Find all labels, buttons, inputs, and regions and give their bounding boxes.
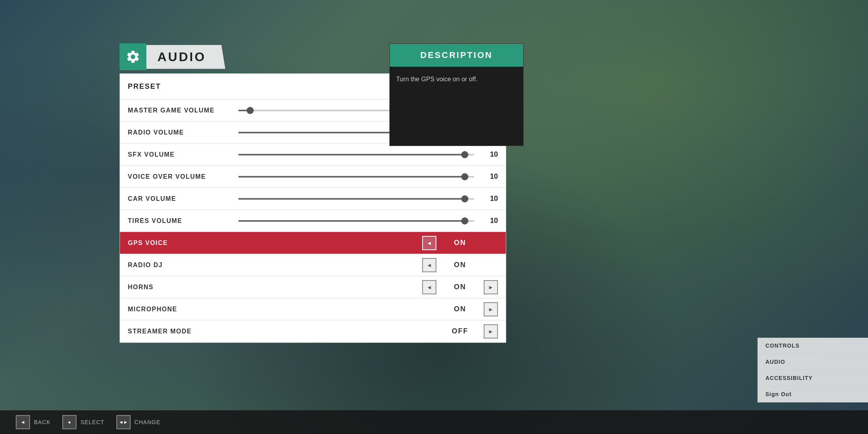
title-icon xyxy=(120,43,146,70)
toggle-label: GPS VOICE xyxy=(128,239,230,247)
slider-fill xyxy=(238,176,465,178)
toggle-row: HORNS ◄ ON ► xyxy=(120,276,506,298)
slider-value: 10 xyxy=(482,150,498,159)
toggle-row: MICROPHONE ON ► xyxy=(120,298,506,320)
page-title: AUDIO xyxy=(157,50,206,64)
bottom-bar: ◄ BACK ● SELECT ◄► CHANGE xyxy=(0,410,868,434)
change-label: CHANGE xyxy=(135,419,161,425)
slider-label: VOICE OVER VOLUME xyxy=(128,173,230,180)
slider-row: TIRES VOLUME 10 xyxy=(120,210,506,232)
toggle-left-button[interactable]: ◄ xyxy=(422,258,436,272)
toggle-value: ON xyxy=(436,261,484,269)
slider-value: 10 xyxy=(482,172,498,181)
slider-track[interactable] xyxy=(238,176,474,178)
slider-label: SFX VOLUME xyxy=(128,151,230,158)
description-title: DESCRIPTION xyxy=(420,50,492,60)
toggle-label: STREAMER MODE xyxy=(128,328,230,335)
back-icon: ◄ xyxy=(16,415,30,429)
side-menu-item[interactable]: ACCESSIBILITY xyxy=(758,370,868,386)
toggle-left-button[interactable]: ◄ xyxy=(422,280,436,294)
toggle-rows: GPS VOICE ◄ ON RADIO DJ ◄ ON HORNS ◄ ON … xyxy=(120,232,506,342)
toggle-row: GPS VOICE ◄ ON xyxy=(120,232,506,254)
slider-thumb[interactable] xyxy=(461,173,468,180)
toggle-value: ON xyxy=(436,283,484,291)
toggle-value: ON xyxy=(436,305,484,313)
toggle-label: RADIO DJ xyxy=(128,262,230,269)
slider-container[interactable] xyxy=(230,154,482,155)
slider-thumb[interactable] xyxy=(461,217,468,224)
slider-track[interactable] xyxy=(238,198,474,200)
toggle-label: MICROPHONE xyxy=(128,306,230,313)
slider-thumb[interactable] xyxy=(247,107,254,114)
arrow-left-icon: ◄ xyxy=(427,284,432,290)
slider-container[interactable] xyxy=(230,198,482,200)
arrow-left-icon: ◄ xyxy=(427,240,432,246)
toggle-row: STREAMER MODE OFF ► xyxy=(120,320,506,342)
slider-track[interactable] xyxy=(238,154,474,155)
slider-row: SFX VOLUME 10 xyxy=(120,144,506,166)
side-menu-item[interactable]: AUDIO xyxy=(758,354,868,370)
back-button[interactable]: ◄ BACK xyxy=(16,415,51,429)
arrow-left-icon: ◄ xyxy=(427,262,432,268)
toggle-left-button[interactable]: ◄ xyxy=(422,236,436,250)
select-button[interactable]: ● SELECT xyxy=(62,415,104,429)
toggle-value: ON xyxy=(436,239,484,247)
select-label: SELECT xyxy=(80,419,104,425)
select-icon: ● xyxy=(62,415,77,429)
side-menu: CONTROLSAUDIOACCESSIBILITYSign Out xyxy=(758,338,868,402)
slider-label: RADIO VOLUME xyxy=(128,129,230,136)
slider-label: CAR VOLUME xyxy=(128,195,230,202)
description-body: Turn the GPS voice on or off. xyxy=(390,67,523,146)
slider-label: TIRES VOLUME xyxy=(128,217,230,224)
side-menu-items: CONTROLSAUDIOACCESSIBILITYSign Out xyxy=(758,338,868,402)
title-text-box: AUDIO xyxy=(146,45,225,69)
toggle-right-button[interactable]: ► xyxy=(484,280,498,294)
slider-container[interactable] xyxy=(230,220,482,222)
description-panel: DESCRIPTION Turn the GPS voice on or off… xyxy=(389,43,524,146)
slider-value: 10 xyxy=(482,217,498,225)
toggle-value: OFF xyxy=(436,327,484,335)
slider-fill xyxy=(238,198,465,200)
toggle-right-button[interactable]: ► xyxy=(484,324,498,339)
side-menu-item[interactable]: CONTROLS xyxy=(758,338,868,354)
toggle-row: RADIO DJ ◄ ON xyxy=(120,254,506,276)
description-text: Turn the GPS voice on or off. xyxy=(396,75,517,84)
slider-value: 10 xyxy=(482,195,498,203)
arrow-right-icon: ► xyxy=(488,328,494,335)
description-header: DESCRIPTION xyxy=(390,44,523,67)
gear-icon xyxy=(125,49,140,64)
side-menu-item[interactable]: Sign Out xyxy=(758,386,868,402)
slider-thumb[interactable] xyxy=(461,195,468,202)
slider-row: VOICE OVER VOLUME 10 xyxy=(120,166,506,188)
slider-label: MASTER GAME VOLUME xyxy=(128,107,230,114)
arrow-right-icon: ► xyxy=(488,306,494,312)
back-label: BACK xyxy=(34,419,51,425)
slider-row: CAR VOLUME 10 xyxy=(120,188,506,210)
slider-fill xyxy=(238,220,465,222)
toggle-label: HORNS xyxy=(128,284,230,291)
arrow-right-icon: ► xyxy=(488,284,494,290)
slider-fill xyxy=(238,154,465,155)
slider-thumb[interactable] xyxy=(461,151,468,158)
change-icon: ◄► xyxy=(116,415,131,429)
toggle-right-button[interactable]: ► xyxy=(484,302,498,316)
slider-container[interactable] xyxy=(230,176,482,178)
slider-track[interactable] xyxy=(238,220,474,222)
change-button[interactable]: ◄► CHANGE xyxy=(116,415,161,429)
